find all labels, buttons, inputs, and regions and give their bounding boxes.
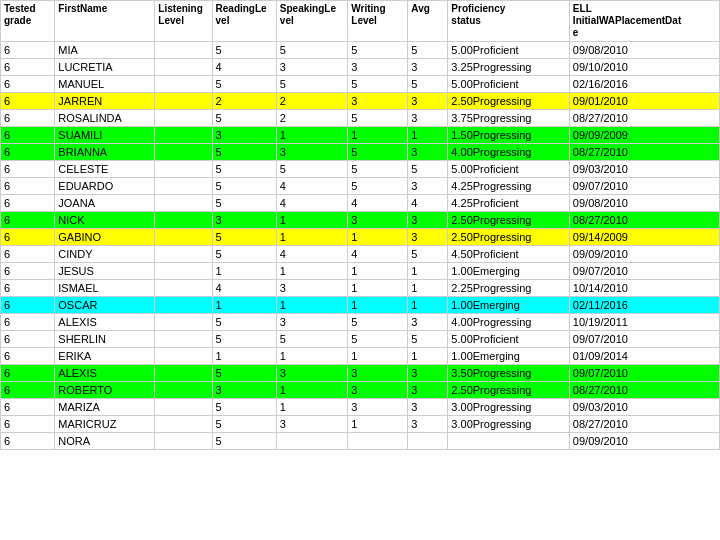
cell-avg: 1: [408, 297, 448, 314]
cell-prof: 4.00Progressing: [448, 314, 570, 331]
cell-listen: [155, 127, 212, 144]
cell-writing: 1: [348, 280, 408, 297]
cell-name: MANUEL: [55, 76, 155, 93]
cell-ell: 09/07/2010: [569, 178, 719, 195]
cell-listen: [155, 110, 212, 127]
cell-speaking: 1: [276, 382, 347, 399]
cell-ell: 01/09/2014: [569, 348, 719, 365]
cell-ell: 09/08/2010: [569, 195, 719, 212]
cell-reading: 5: [212, 42, 276, 59]
cell-grade: 6: [1, 331, 55, 348]
cell-speaking: 1: [276, 212, 347, 229]
cell-speaking: 3: [276, 416, 347, 433]
cell-ell: 09/09/2010: [569, 246, 719, 263]
header-proficiency: Proficiencystatus: [448, 1, 570, 42]
cell-grade: 6: [1, 110, 55, 127]
cell-reading: 2: [212, 93, 276, 110]
cell-ell: 08/27/2010: [569, 416, 719, 433]
cell-listen: [155, 229, 212, 246]
cell-reading: 5: [212, 331, 276, 348]
cell-reading: 5: [212, 246, 276, 263]
cell-reading: 5: [212, 229, 276, 246]
cell-writing: 1: [348, 127, 408, 144]
cell-ell: 08/27/2010: [569, 144, 719, 161]
cell-ell: 02/11/2016: [569, 297, 719, 314]
header-first-name: FirstName: [55, 1, 155, 42]
cell-grade: 6: [1, 246, 55, 263]
cell-avg: 3: [408, 416, 448, 433]
cell-writing: 5: [348, 110, 408, 127]
header-reading: ReadingLevel: [212, 1, 276, 42]
cell-avg: 3: [408, 212, 448, 229]
cell-listen: [155, 144, 212, 161]
cell-writing: 1: [348, 297, 408, 314]
cell-listen: [155, 297, 212, 314]
cell-name: MARICRUZ: [55, 416, 155, 433]
cell-grade: 6: [1, 195, 55, 212]
cell-avg: 1: [408, 280, 448, 297]
cell-speaking: 1: [276, 399, 347, 416]
cell-writing: 3: [348, 93, 408, 110]
cell-reading: 5: [212, 110, 276, 127]
cell-grade: 6: [1, 127, 55, 144]
cell-listen: [155, 59, 212, 76]
cell-ell: 10/14/2010: [569, 280, 719, 297]
cell-writing: 3: [348, 59, 408, 76]
cell-avg: [408, 433, 448, 450]
cell-avg: 3: [408, 110, 448, 127]
cell-speaking: 4: [276, 195, 347, 212]
cell-listen: [155, 416, 212, 433]
cell-listen: [155, 365, 212, 382]
cell-reading: 5: [212, 178, 276, 195]
cell-writing: 5: [348, 144, 408, 161]
cell-grade: 6: [1, 416, 55, 433]
cell-avg: 1: [408, 127, 448, 144]
cell-reading: 5: [212, 365, 276, 382]
data-table: Testedgrade FirstName ListeningLevel Rea…: [0, 0, 720, 450]
cell-writing: 4: [348, 246, 408, 263]
cell-reading: 5: [212, 195, 276, 212]
cell-reading: 5: [212, 314, 276, 331]
cell-avg: 3: [408, 399, 448, 416]
cell-name: MIA: [55, 42, 155, 59]
cell-prof: 2.50Progressing: [448, 93, 570, 110]
cell-name: ALEXIS: [55, 314, 155, 331]
cell-ell: 09/03/2010: [569, 161, 719, 178]
cell-avg: 5: [408, 76, 448, 93]
cell-grade: 6: [1, 399, 55, 416]
cell-ell: 09/10/2010: [569, 59, 719, 76]
cell-reading: 3: [212, 382, 276, 399]
cell-ell: 09/08/2010: [569, 42, 719, 59]
header-ell: ELLInitialWAPlacementDate: [569, 1, 719, 42]
cell-ell: 09/07/2010: [569, 263, 719, 280]
cell-listen: [155, 178, 212, 195]
cell-prof: 4.25Proficient: [448, 195, 570, 212]
cell-avg: 5: [408, 331, 448, 348]
cell-name: ROBERTO: [55, 382, 155, 399]
cell-listen: [155, 314, 212, 331]
cell-prof: 1.00Emerging: [448, 263, 570, 280]
cell-avg: 3: [408, 144, 448, 161]
cell-name: NORA: [55, 433, 155, 450]
cell-grade: 6: [1, 144, 55, 161]
cell-name: LUCRETIA: [55, 59, 155, 76]
cell-reading: 5: [212, 161, 276, 178]
cell-writing: 3: [348, 365, 408, 382]
cell-prof: 4.50Proficient: [448, 246, 570, 263]
cell-reading: 4: [212, 280, 276, 297]
cell-prof: 2.50Progressing: [448, 212, 570, 229]
cell-prof: 4.25Progressing: [448, 178, 570, 195]
cell-ell: 02/16/2016: [569, 76, 719, 93]
cell-reading: 1: [212, 263, 276, 280]
cell-prof: 2.25Progressing: [448, 280, 570, 297]
cell-writing: 1: [348, 229, 408, 246]
cell-name: ALEXIS: [55, 365, 155, 382]
cell-speaking: 2: [276, 93, 347, 110]
cell-prof: 1.00Emerging: [448, 297, 570, 314]
cell-prof: 3.00Progressing: [448, 416, 570, 433]
cell-prof: 3.75Progressing: [448, 110, 570, 127]
cell-prof: 3.00Progressing: [448, 399, 570, 416]
cell-avg: 3: [408, 59, 448, 76]
cell-name: JARREN: [55, 93, 155, 110]
cell-name: CELESTE: [55, 161, 155, 178]
